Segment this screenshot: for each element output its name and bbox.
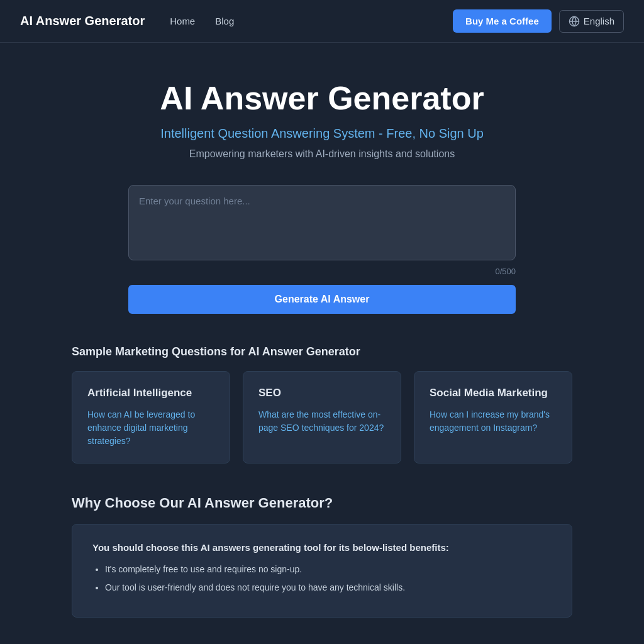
nav-right: Buy Me a Coffee English: [453, 9, 624, 33]
card-category-seo: SEO: [258, 387, 386, 399]
sample-card-ai: Artificial Intelligence How can AI be le…: [72, 371, 230, 464]
nav-links: Home Blog: [170, 16, 234, 26]
nav-brand: AI Answer Generator: [20, 14, 145, 28]
navbar: AI Answer Generator Home Blog Buy Me a C…: [0, 0, 644, 43]
sample-cards-row: Artificial Intelligence How can AI be le…: [72, 371, 572, 464]
globe-icon: [569, 16, 580, 27]
hero-title: AI Answer Generator: [20, 80, 624, 116]
why-item-2: Our tool is user-friendly and does not r…: [105, 581, 552, 594]
why-item-1: It's completely free to use and requires…: [105, 563, 552, 576]
char-count: 0/500: [128, 267, 516, 276]
why-section: Why Choose Our AI Answer Generator? You …: [52, 495, 592, 618]
nav-home-link[interactable]: Home: [170, 16, 195, 26]
hero-subtitle: Intelligent Question Answering System - …: [20, 126, 624, 141]
why-title: Why Choose Our AI Answer Generator?: [72, 495, 572, 511]
why-intro: You should choose this AI answers genera…: [92, 542, 552, 553]
card-question-social[interactable]: How can I increase my brand's engagement…: [430, 408, 557, 435]
hero-description: Empowering marketers with AI-driven insi…: [20, 148, 624, 160]
sample-card-seo: SEO What are the most effective on-page …: [243, 371, 401, 464]
language-label: English: [584, 16, 614, 26]
language-button[interactable]: English: [559, 10, 624, 33]
generate-button[interactable]: Generate AI Answer: [128, 285, 516, 314]
samples-title: Sample Marketing Questions for AI Answer…: [72, 345, 572, 358]
sample-card-social: Social Media Marketing How can I increas…: [414, 371, 572, 464]
why-box: You should choose this AI answers genera…: [72, 524, 572, 618]
nav-left: AI Answer Generator Home Blog: [20, 14, 234, 28]
card-category-ai: Artificial Intelligence: [87, 387, 214, 399]
buy-coffee-button[interactable]: Buy Me a Coffee: [453, 9, 552, 33]
nav-blog-link[interactable]: Blog: [215, 16, 234, 26]
question-input[interactable]: [128, 185, 516, 260]
card-question-seo[interactable]: What are the most effective on-page SEO …: [258, 408, 386, 435]
card-category-social: Social Media Marketing: [430, 387, 557, 399]
question-form: 0/500 Generate AI Answer: [108, 185, 536, 314]
hero-section: AI Answer Generator Intelligent Question…: [0, 43, 644, 185]
samples-section: Sample Marketing Questions for AI Answer…: [52, 345, 592, 464]
why-list: It's completely free to use and requires…: [92, 563, 552, 594]
card-question-ai[interactable]: How can AI be leveraged to enhance digit…: [87, 408, 214, 448]
